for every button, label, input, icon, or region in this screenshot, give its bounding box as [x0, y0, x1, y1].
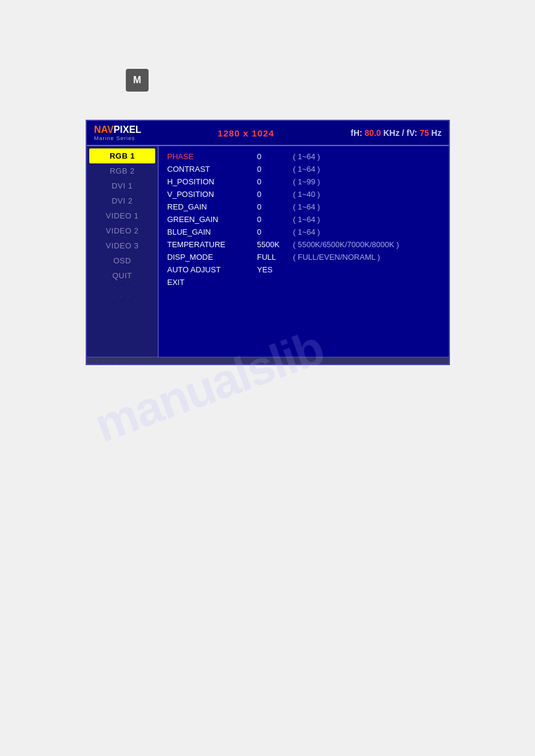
menu-range-phase: ( 1~64 ) — [293, 152, 320, 161]
osd-panel: NAVPIXEL Marine Series 1280 x 1024 fH: 8… — [86, 120, 450, 365]
sidebar-dots-1: · · · — [87, 283, 158, 292]
logo-subtitle: Marine Series — [94, 135, 141, 141]
m-button[interactable]: M — [126, 69, 149, 92]
freq-h-label: fH: — [350, 128, 362, 138]
menu-range-bluegain: ( 1~64 ) — [293, 227, 320, 236]
menu-range-dispmode: ( FULL/EVEN/NORAML ) — [293, 253, 380, 262]
menu-label-autoadjust: AUTO ADJUST — [167, 265, 257, 274]
sidebar-item-rgb1[interactable]: RGB 1 — [89, 148, 155, 163]
menu-row-phase[interactable]: PHASE 0 ( 1~64 ) — [167, 151, 440, 162]
menu-value-phase: 0 — [257, 152, 293, 161]
osd-content: PHASE 0 ( 1~64 ) CONTRAST 0 ( 1~64 ) H_P… — [159, 146, 449, 357]
menu-label-bluegain: BLUE_GAIN — [167, 227, 257, 236]
logo: NAVPIXEL Marine Series — [94, 125, 141, 141]
osd-body: RGB 1 RGB 2 DVI 1 DVI 2 VIDEO 1 VIDEO 2 … — [87, 146, 449, 357]
menu-label-phase: PHASE — [167, 152, 257, 161]
menu-range-contrast: ( 1~64 ) — [293, 165, 320, 174]
menu-value-contrast: 0 — [257, 165, 293, 174]
sidebar-item-osd[interactable]: OSD — [87, 253, 158, 268]
resolution-text: 1280 x 1024 — [217, 128, 274, 138]
menu-value-autoadjust: YES — [257, 265, 293, 274]
menu-row-redgain[interactable]: RED_GAIN 0 ( 1~64 ) — [167, 201, 440, 212]
logo-pixel: PIXEL — [114, 125, 141, 135]
menu-range-greengain: ( 1~64 ) — [293, 215, 320, 224]
menu-row-bluegain[interactable]: BLUE_GAIN 0 ( 1~64 ) — [167, 226, 440, 238]
menu-label-dispmode: DISP_MODE — [167, 253, 257, 262]
osd-header: NAVPIXEL Marine Series 1280 x 1024 fH: 8… — [87, 121, 449, 146]
menu-label-contrast: CONTRAST — [167, 165, 257, 174]
menu-value-greengain: 0 — [257, 215, 293, 224]
sidebar-item-video2[interactable]: VIDEO 2 — [87, 223, 158, 238]
menu-row-contrast[interactable]: CONTRAST 0 ( 1~64 ) — [167, 163, 440, 175]
freq-h-value: 80.0 — [365, 128, 381, 138]
osd-bottom-bar: · · · · · · — [87, 357, 449, 364]
menu-label-temperature: TEMPERATURE — [167, 240, 257, 249]
menu-label-exit: EXIT — [167, 278, 257, 287]
logo-text: NAVPIXEL — [94, 125, 141, 135]
menu-row-dispmode[interactable]: DISP_MODE FULL ( FULL/EVEN/NORAML ) — [167, 251, 440, 263]
freq-v-unit: Hz — [431, 128, 442, 138]
menu-range-vposition: ( 1~40 ) — [293, 190, 320, 199]
menu-range-redgain: ( 1~64 ) — [293, 202, 320, 211]
menu-value-temperature: 5500K — [257, 240, 293, 249]
sidebar-item-dvi2[interactable]: DVI 2 — [87, 193, 158, 208]
sidebar-item-rgb2[interactable]: RGB 2 — [87, 163, 158, 178]
menu-range-temperature: ( 5500K/6500K/7000K/8000K ) — [293, 240, 399, 249]
menu-label-redgain: RED_GAIN — [167, 202, 257, 211]
menu-value-vposition: 0 — [257, 190, 293, 199]
menu-value-redgain: 0 — [257, 202, 293, 211]
sidebar-item-video3[interactable]: VIDEO 3 — [87, 238, 158, 253]
menu-row-greengain[interactable]: GREEN_GAIN 0 ( 1~64 ) — [167, 214, 440, 225]
sidebar-item-dvi1[interactable]: DVI 1 — [87, 178, 158, 193]
menu-label-hposition: H_POSITION — [167, 177, 257, 186]
menu-value-hposition: 0 — [257, 177, 293, 186]
menu-value-bluegain: 0 — [257, 227, 293, 236]
menu-row-exit[interactable]: EXIT — [167, 277, 440, 288]
freq-h-unit: KHz / fV: — [383, 128, 418, 138]
menu-row-temperature[interactable]: TEMPERATURE 5500K ( 5500K/6500K/7000K/80… — [167, 239, 440, 250]
sidebar-dots-2: · · · — [87, 292, 158, 301]
menu-row-hposition[interactable]: H_POSITION 0 ( 1~99 ) — [167, 176, 440, 187]
osd-sidebar: RGB 1 RGB 2 DVI 1 DVI 2 VIDEO 1 VIDEO 2 … — [87, 146, 159, 357]
menu-value-dispmode: FULL — [257, 253, 293, 262]
frequency-text: fH: 80.0 KHz / fV: 75 Hz — [350, 128, 442, 138]
freq-v-value: 75 — [419, 128, 429, 138]
menu-row-vposition[interactable]: V_POSITION 0 ( 1~40 ) — [167, 189, 440, 200]
bottom-dots: · · · · · · — [90, 358, 125, 363]
menu-label-greengain: GREEN_GAIN — [167, 215, 257, 224]
logo-nav: NAV — [94, 125, 114, 135]
sidebar-item-quit[interactable]: QUIT — [87, 268, 158, 283]
sidebar-item-video1[interactable]: VIDEO 1 — [87, 208, 158, 223]
menu-label-vposition: V_POSITION — [167, 190, 257, 199]
menu-row-autoadjust[interactable]: AUTO ADJUST YES — [167, 264, 440, 275]
menu-range-hposition: ( 1~99 ) — [293, 177, 320, 186]
